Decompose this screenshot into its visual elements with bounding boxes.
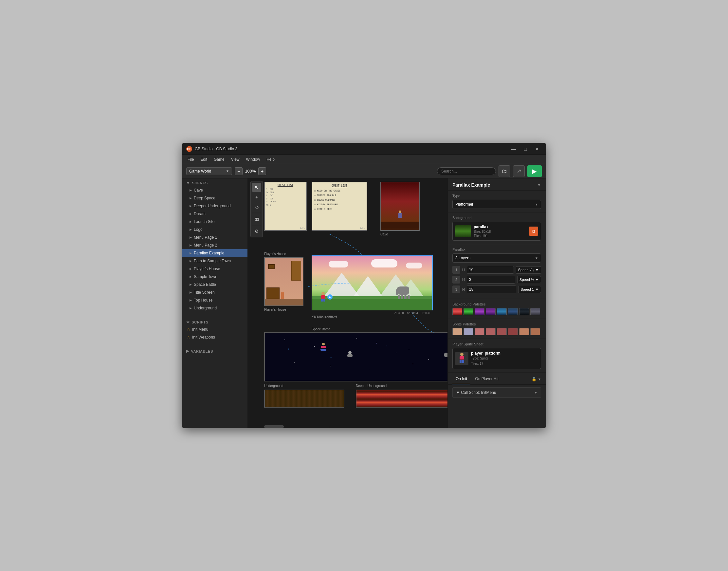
layer-2-h-input[interactable] (467, 276, 515, 283)
tile-tool[interactable]: ▦ (252, 214, 261, 224)
right-panel: Parallax Example ▼ Type Platformer ▼ Bac… (448, 179, 546, 428)
scenes-section-header[interactable]: ▼ SCENES (182, 179, 247, 186)
canvas-area[interactable]: ↖ + ◇ ▦ ⚙ (248, 179, 448, 428)
sp-swatch-1[interactable] (464, 328, 473, 335)
sidebar-item-logo[interactable]: ▶ Logo (182, 226, 247, 233)
menu-edit[interactable]: Edit (198, 156, 210, 162)
scene-thumb-deeper-underground[interactable] (356, 389, 448, 408)
bg-swatch-1[interactable] (464, 308, 473, 315)
bg-swatch-5[interactable] (508, 308, 518, 315)
scene-thumb-underground[interactable] (264, 389, 344, 408)
layer-1-num: 1 (452, 266, 460, 274)
zoom-out-button[interactable]: − (235, 167, 243, 175)
bg-swatch-6[interactable] (519, 308, 529, 315)
variables-section-header[interactable]: ▶ VARIABLES (182, 346, 247, 355)
menu-file[interactable]: File (185, 156, 197, 162)
script-tool[interactable]: ⚙ (252, 227, 261, 236)
background-preview: parallax Size: 80x18 Tiles: 191 ⧉ (452, 222, 541, 241)
export-button[interactable]: ↗ (513, 165, 525, 177)
sidebar-scene-label: Top House (194, 298, 213, 303)
menu-help[interactable]: Help (264, 156, 277, 162)
main-body: ▼ SCENES ▶ Cave ▶ Deep Space ▶ Deeper Un… (182, 179, 546, 428)
type-label: Type (452, 194, 541, 198)
bg-swatch-0[interactable] (452, 308, 462, 315)
sidebar-item-menu-page-2[interactable]: ▶ Menu Page 2 (182, 241, 247, 249)
tri-icon: ▶ (190, 299, 192, 302)
scene-thumb-space-battle[interactable]: + + + + (264, 332, 448, 381)
scene-thumb-cave[interactable]: Cave (380, 182, 419, 231)
sidebar-item-space-battle[interactable]: ▶ Space Battle (182, 280, 247, 289)
background-copy-button[interactable]: ⧉ (529, 227, 538, 236)
panel-collapse-arrow[interactable]: ▼ (537, 183, 541, 187)
sidebar-item-cave[interactable]: ▶ Cave (182, 186, 247, 194)
tab-on-init[interactable]: On Init (452, 374, 470, 384)
layer-2-speed-select[interactable]: Speed ½ ▼ (517, 276, 541, 283)
sp-swatch-2[interactable] (475, 328, 484, 335)
scripts-chevron: ☆ (186, 320, 190, 324)
script-entry-init-menu[interactable]: ▼ Call Script: InitMenu ▼ (452, 387, 541, 398)
zoom-in-button[interactable]: + (258, 167, 266, 175)
sidebar-item-menu-page-1[interactable]: ▶ Menu Page 1 (182, 233, 247, 241)
menu-window[interactable]: Window (244, 156, 263, 162)
tri-icon: ▶ (190, 259, 192, 262)
minimize-button[interactable]: — (509, 146, 518, 152)
erase-tool[interactable]: ◇ (252, 202, 261, 212)
search-input[interactable] (437, 167, 496, 175)
bg-swatch-7[interactable] (530, 308, 540, 315)
scene-label-players-house2: Player's House (264, 308, 286, 311)
sp-swatch-5[interactable] (508, 328, 518, 335)
scene-thumb-parallax[interactable]: ▶ (312, 255, 433, 313)
layer-3-row: 3 H Speed 1 ▼ (452, 286, 541, 294)
sidebar-item-underground[interactable]: ▶ Underground (182, 304, 247, 312)
play-button[interactable]: ▶ (527, 165, 542, 177)
bg-swatch-4[interactable] (497, 308, 507, 315)
sidebar-item-deeper-underground[interactable]: ▶ Deeper Underground (182, 202, 247, 210)
tri-icon: ▶ (190, 212, 192, 215)
sidebar-item-parallax-example[interactable]: ▶ Parallax Example (182, 249, 247, 257)
sidebar-item-players-house[interactable]: ▶ Player's House (182, 265, 247, 273)
sidebar-item-launch-site[interactable]: ▶ Launch Site (182, 218, 247, 226)
layer-1-h-input[interactable] (467, 266, 514, 274)
sidebar-item-deep-space[interactable]: ▶ Deep Space (182, 194, 247, 202)
type-section: Type Platformer ▼ (448, 191, 546, 213)
sp-swatch-3[interactable] (486, 328, 496, 335)
scripts-section-header[interactable]: ☆ SCRIPTS (182, 317, 247, 325)
folder-button[interactable]: 🗂 (498, 165, 510, 177)
scenes-label: SCENES (192, 181, 208, 185)
sidebar-item-title-screen[interactable]: ▶ Title Screen (182, 289, 247, 296)
sp-swatch-6[interactable] (519, 328, 529, 335)
tri-icon: ▶ (190, 275, 192, 278)
scene-thumb-players-house[interactable] (264, 257, 304, 306)
horizontal-scrollbar[interactable] (264, 425, 330, 428)
layer-3-h-input[interactable] (467, 286, 516, 294)
close-button[interactable]: ✕ (532, 146, 542, 152)
type-select[interactable]: Platformer ▼ (452, 200, 541, 209)
bg-swatch-3[interactable] (486, 308, 496, 315)
maximize-button[interactable]: □ (521, 146, 530, 152)
parallax-select[interactable]: 3 Layers ▼ (452, 253, 541, 262)
add-tool[interactable]: + (252, 193, 261, 202)
scene-thumb-quest2[interactable]: QUEST LIST ☐ KEEP ON THE GRASS ☐ TURNIP … (312, 182, 367, 231)
tab-on-player-hit[interactable]: On Player Hit (472, 374, 501, 384)
sp-swatch-7[interactable] (530, 328, 540, 335)
sidebar-script-init-menu[interactable]: ☆ Init Menu (182, 325, 247, 333)
sp-swatch-0[interactable] (452, 328, 462, 335)
sidebar-script-init-weapons[interactable]: ☆ Init Weapons (182, 333, 247, 341)
sidebar-item-path-sample-town[interactable]: ▶ Path to Sample Town (182, 257, 247, 265)
world-selector[interactable]: Game World ▼ (186, 167, 232, 175)
sprite-preview: player_platform Type: Sprite Tiles: 17 (452, 348, 541, 369)
sp-swatch-4[interactable] (497, 328, 507, 335)
sidebar-item-top-house[interactable]: ▶ Top House (182, 296, 247, 304)
sidebar-item-sample-town[interactable]: ▶ Sample Town (182, 273, 247, 280)
select-tool[interactable]: ↖ (252, 183, 261, 192)
menu-game[interactable]: Game (211, 156, 227, 162)
tab-arrow[interactable]: ▼ (538, 377, 541, 381)
layer-1-speed-select[interactable]: Speed ¹⁄₁₆ ▼ (516, 266, 541, 274)
toolbar: Game World ▼ − 100% + 🗂 ↗ ▶ (182, 164, 546, 179)
tri-icon: ▶ (190, 291, 192, 294)
sidebar-item-dream[interactable]: ▶ Dream (182, 210, 247, 218)
layer-3-speed-select[interactable]: Speed 1 ▼ (518, 286, 541, 293)
menu-view[interactable]: View (229, 156, 242, 162)
bg-swatch-2[interactable] (475, 308, 484, 315)
scene-thumb-quest1[interactable]: QUEST LIST S CAT OC ZZLE L ING D ICE D I… (264, 182, 307, 231)
